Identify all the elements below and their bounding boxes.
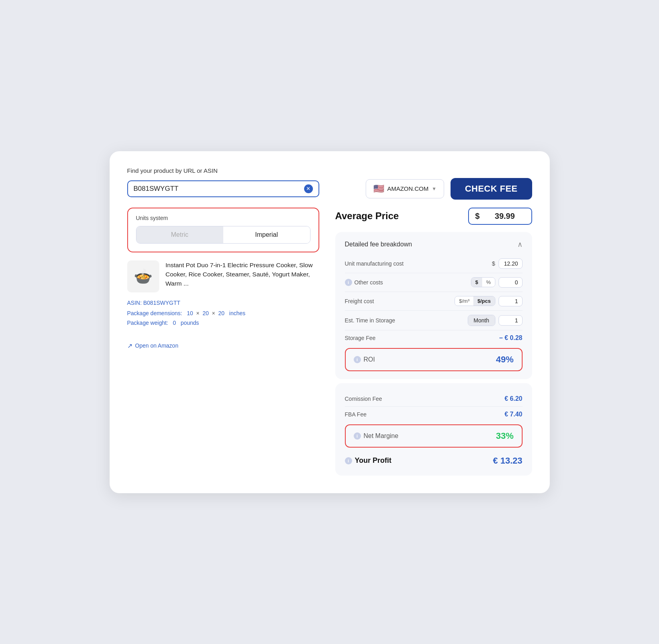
profit-info-icon[interactable]: i [345,457,352,464]
storage-fee-value: − € 0.28 [499,334,522,342]
imperial-button[interactable]: Imperial [223,226,310,243]
chevron-down-icon: ▼ [432,186,437,192]
commission-label: Comission Fee [345,396,382,402]
units-toggle: Metric Imperial [136,226,310,244]
storage-fee-label: Storage Fee [345,335,376,341]
fee-breakdown-title: Detailed fee breakdown [345,241,412,248]
weight-value[interactable]: 0 [173,320,176,326]
dim2[interactable]: 20 [202,310,209,316]
other-dollar-btn[interactable]: $ [471,278,482,287]
net-margin-value: 33% [496,431,513,441]
profit-row: i Your Profit € 13.23 [345,450,523,468]
profit-value: € 13.23 [493,456,522,466]
freight-cbm-btn[interactable]: $/m³ [455,296,473,306]
storage-fee-row: Storage Fee − € 0.28 [345,330,523,346]
product-dimensions: Package demensions: 10 × 20 × 20 inches [127,310,319,316]
roi-info-icon[interactable]: i [354,356,361,363]
other-costs-row: i Other costs $ % [345,273,523,292]
check-fee-button[interactable]: CHECK FEE [451,178,532,200]
collapse-icon[interactable]: ∧ [517,240,523,249]
freight-label: Freight cost [345,298,374,304]
external-link-icon: ↗ [127,342,132,350]
storage-time-row: Est. Time in Storage Month [345,311,523,330]
freight-pcs-btn[interactable]: $/pcs [473,296,495,306]
fee-breakdown-section: Detailed fee breakdown ∧ Unit manufactur… [335,232,532,379]
commission-value: € 6.20 [505,395,522,402]
roi-label-text: ROI [364,356,375,363]
fba-fee-label: FBA Fee [345,411,367,418]
average-price-row: Average Price $ [335,208,532,225]
other-costs-label: Other costs [355,279,383,286]
roi-value: 49% [496,354,513,365]
mfg-currency: $ [492,260,495,267]
fees-summary-section: Comission Fee € 6.20 FBA Fee € 7.40 i Ne… [335,383,532,476]
marketplace-name: AMAZON.COM [387,185,429,192]
freight-cost-input[interactable] [499,296,523,306]
product-asin: ASIN: B081SWYGTT [127,300,319,306]
net-margin-info-icon[interactable]: i [354,432,361,440]
fba-fee-value: € 7.40 [505,411,522,418]
other-costs-input[interactable] [499,277,523,288]
manufacturing-cost-input[interactable] [499,258,523,269]
fee-breakdown-header: Detailed fee breakdown ∧ [345,240,523,249]
open-amazon-button[interactable]: ↗ Open on Amazon [127,342,178,350]
flag-icon: 🇺🇸 [373,184,384,194]
storage-time-label: Est. Time in Storage [345,317,395,324]
marketplace-selector[interactable]: 🇺🇸 AMAZON.COM ▼ [366,179,444,198]
manufacturing-cost-label: Unit manufacturing cost [345,260,404,267]
commission-fee-row: Comission Fee € 6.20 [345,391,523,406]
roi-box: i ROI 49% [345,348,523,371]
average-price-input: $ [468,208,532,225]
fba-fee-row: FBA Fee € 7.40 [345,407,523,422]
units-system-box: Units system Metric Imperial [127,208,319,252]
price-field[interactable] [483,212,515,221]
average-price-label: Average Price [335,210,399,222]
clear-button[interactable]: ✕ [304,184,313,193]
freight-toggle: $/m³ $/pcs [455,296,495,306]
other-percent-btn[interactable]: % [482,278,495,287]
manufacturing-cost-row: Unit manufacturing cost $ [345,254,523,273]
dim1[interactable]: 10 [187,310,193,316]
main-card: Find your product by URL or ASIN ✕ 🇺🇸 AM… [110,151,550,493]
net-margin-label-text: Net Margine [364,432,399,440]
search-input[interactable] [134,185,301,193]
other-costs-info-icon[interactable]: i [345,279,352,286]
freight-cost-row: Freight cost $/m³ $/pcs [345,292,523,311]
search-label: Find your product by URL or ASIN [127,167,532,174]
net-margin-box: i Net Margine 33% [345,424,523,448]
product-title: Instant Pot Duo 7-in-1 Electric Pressure… [166,260,319,288]
units-label: Units system [136,215,310,221]
dim3[interactable]: 20 [218,310,225,316]
other-costs-toggle: $ % [471,277,495,287]
storage-time-input[interactable] [499,315,523,326]
product-weight: Package weight: 0 pounds [127,320,319,326]
month-label: Month [468,315,495,326]
price-currency: $ [475,212,480,221]
profit-label-text: Your Profit [355,456,392,465]
search-input-wrap: ✕ [127,180,319,197]
month-toggle: Month [468,315,495,326]
product-info: 🍲 Instant Pot Duo 7-in-1 Electric Pressu… [127,260,319,292]
metric-button[interactable]: Metric [136,226,223,243]
product-image: 🍲 [127,260,159,292]
